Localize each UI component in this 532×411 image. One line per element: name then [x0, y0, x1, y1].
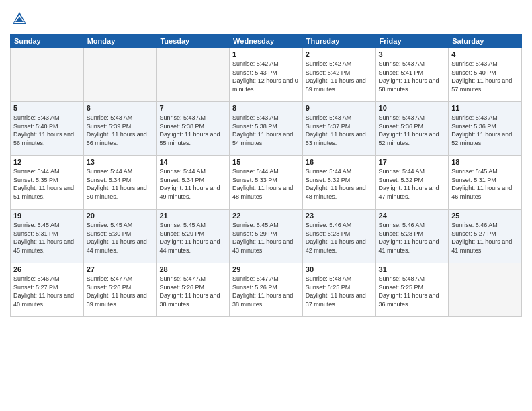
calendar-week-1: 1Sunrise: 5:42 AMSunset: 5:43 PMDaylight…	[11, 48, 522, 102]
day-info: Sunrise: 5:44 AMSunset: 5:34 PMDaylight:…	[87, 167, 154, 201]
day-number: 24	[379, 212, 446, 220]
day-info: Sunrise: 5:45 AMSunset: 5:30 PMDaylight:…	[87, 221, 154, 255]
calendar-cell: 1Sunrise: 5:42 AMSunset: 5:43 PMDaylight…	[230, 48, 303, 102]
weekday-header-thursday: Thursday	[302, 34, 375, 48]
weekday-header-sunday: Sunday	[11, 34, 84, 48]
day-number: 19	[13, 212, 81, 220]
calendar-cell: 7Sunrise: 5:43 AMSunset: 5:38 PMDaylight…	[157, 102, 230, 156]
calendar-cell: 14Sunrise: 5:44 AMSunset: 5:34 PMDayligh…	[157, 156, 230, 210]
calendar-cell: 20Sunrise: 5:45 AMSunset: 5:30 PMDayligh…	[83, 210, 157, 263]
calendar-cell: 24Sunrise: 5:46 AMSunset: 5:28 PMDayligh…	[375, 210, 449, 263]
day-number: 31	[379, 265, 446, 273]
header	[10, 7, 522, 28]
calendar-cell: 2Sunrise: 5:42 AMSunset: 5:42 PMDaylight…	[302, 48, 375, 102]
calendar-cell: 12Sunrise: 5:44 AMSunset: 5:35 PMDayligh…	[11, 156, 84, 210]
calendar-cell: 19Sunrise: 5:45 AMSunset: 5:31 PMDayligh…	[11, 210, 84, 263]
weekday-header-saturday: Saturday	[449, 34, 522, 48]
weekday-header-wednesday: Wednesday	[230, 34, 303, 48]
day-info: Sunrise: 5:43 AMSunset: 5:40 PMDaylight:…	[13, 113, 81, 147]
calendar-cell: 25Sunrise: 5:46 AMSunset: 5:27 PMDayligh…	[449, 210, 522, 263]
day-info: Sunrise: 5:44 AMSunset: 5:32 PMDaylight:…	[306, 167, 373, 201]
day-info: Sunrise: 5:44 AMSunset: 5:34 PMDaylight:…	[159, 167, 226, 201]
day-info: Sunrise: 5:45 AMSunset: 5:31 PMDaylight:…	[451, 167, 519, 201]
calendar-cell: 28Sunrise: 5:47 AMSunset: 5:26 PMDayligh…	[157, 263, 230, 317]
calendar-week-2: 5Sunrise: 5:43 AMSunset: 5:40 PMDaylight…	[11, 102, 522, 156]
day-number: 15	[232, 158, 300, 166]
calendar-cell: 16Sunrise: 5:44 AMSunset: 5:32 PMDayligh…	[302, 156, 375, 210]
day-info: Sunrise: 5:43 AMSunset: 5:38 PMDaylight:…	[232, 113, 300, 147]
calendar-week-3: 12Sunrise: 5:44 AMSunset: 5:35 PMDayligh…	[11, 156, 522, 210]
day-info: Sunrise: 5:48 AMSunset: 5:25 PMDaylight:…	[379, 275, 446, 308]
day-info: Sunrise: 5:44 AMSunset: 5:33 PMDaylight:…	[232, 167, 300, 201]
calendar-cell: 8Sunrise: 5:43 AMSunset: 5:38 PMDaylight…	[230, 102, 303, 156]
calendar-cell: 29Sunrise: 5:47 AMSunset: 5:26 PMDayligh…	[230, 263, 303, 317]
day-number: 8	[232, 104, 300, 112]
calendar-cell: 27Sunrise: 5:47 AMSunset: 5:26 PMDayligh…	[83, 263, 157, 317]
calendar-week-4: 19Sunrise: 5:45 AMSunset: 5:31 PMDayligh…	[11, 210, 522, 263]
calendar-cell: 11Sunrise: 5:43 AMSunset: 5:36 PMDayligh…	[449, 102, 522, 156]
calendar-container: SundayMondayTuesdayWednesdayThursdayFrid…	[0, 0, 532, 411]
calendar-cell: 18Sunrise: 5:45 AMSunset: 5:31 PMDayligh…	[449, 156, 522, 210]
day-info: Sunrise: 5:43 AMSunset: 5:36 PMDaylight:…	[451, 113, 519, 147]
day-number: 7	[159, 104, 226, 112]
day-number: 23	[306, 212, 373, 220]
calendar-header-row: SundayMondayTuesdayWednesdayThursdayFrid…	[11, 34, 522, 48]
calendar-cell: 30Sunrise: 5:48 AMSunset: 5:25 PMDayligh…	[302, 263, 375, 317]
logo-icon	[10, 9, 29, 28]
day-number: 14	[159, 158, 226, 166]
day-info: Sunrise: 5:45 AMSunset: 5:29 PMDaylight:…	[232, 221, 300, 255]
calendar-cell: 5Sunrise: 5:43 AMSunset: 5:40 PMDaylight…	[11, 102, 84, 156]
day-info: Sunrise: 5:46 AMSunset: 5:28 PMDaylight:…	[379, 221, 446, 255]
day-info: Sunrise: 5:43 AMSunset: 5:36 PMDaylight:…	[379, 113, 446, 147]
calendar-cell: 31Sunrise: 5:48 AMSunset: 5:25 PMDayligh…	[375, 263, 449, 317]
day-number: 2	[306, 50, 373, 58]
day-number: 10	[379, 104, 446, 112]
day-info: Sunrise: 5:43 AMSunset: 5:40 PMDaylight:…	[451, 60, 519, 93]
calendar-cell: 17Sunrise: 5:44 AMSunset: 5:32 PMDayligh…	[375, 156, 449, 210]
calendar-cell	[157, 48, 230, 102]
calendar-cell: 26Sunrise: 5:46 AMSunset: 5:27 PMDayligh…	[11, 263, 84, 317]
day-info: Sunrise: 5:44 AMSunset: 5:32 PMDaylight:…	[379, 167, 446, 201]
day-number: 18	[451, 158, 519, 166]
calendar-cell	[449, 263, 522, 317]
day-number: 12	[13, 158, 81, 166]
day-number: 17	[379, 158, 446, 166]
day-number: 29	[232, 265, 300, 273]
calendar-cell: 15Sunrise: 5:44 AMSunset: 5:33 PMDayligh…	[230, 156, 303, 210]
day-number: 25	[451, 212, 519, 220]
calendar-cell	[83, 48, 157, 102]
weekday-header-friday: Friday	[375, 34, 449, 48]
day-info: Sunrise: 5:47 AMSunset: 5:26 PMDaylight:…	[232, 275, 300, 308]
calendar-cell: 13Sunrise: 5:44 AMSunset: 5:34 PMDayligh…	[83, 156, 157, 210]
day-number: 28	[159, 265, 226, 273]
day-number: 27	[87, 265, 154, 273]
calendar-cell: 22Sunrise: 5:45 AMSunset: 5:29 PMDayligh…	[230, 210, 303, 263]
day-number: 30	[306, 265, 373, 273]
day-number: 9	[306, 104, 373, 112]
day-number: 20	[87, 212, 154, 220]
day-info: Sunrise: 5:43 AMSunset: 5:37 PMDaylight:…	[306, 113, 373, 147]
weekday-header-tuesday: Tuesday	[157, 34, 230, 48]
calendar-cell: 9Sunrise: 5:43 AMSunset: 5:37 PMDaylight…	[302, 102, 375, 156]
day-info: Sunrise: 5:47 AMSunset: 5:26 PMDaylight:…	[159, 275, 226, 308]
day-number: 22	[232, 212, 300, 220]
day-number: 5	[13, 104, 81, 112]
weekday-header-monday: Monday	[83, 34, 157, 48]
day-number: 21	[159, 212, 226, 220]
day-number: 4	[451, 50, 519, 58]
day-info: Sunrise: 5:46 AMSunset: 5:27 PMDaylight:…	[451, 221, 519, 255]
calendar-cell: 23Sunrise: 5:46 AMSunset: 5:28 PMDayligh…	[302, 210, 375, 263]
day-info: Sunrise: 5:45 AMSunset: 5:31 PMDaylight:…	[13, 221, 81, 255]
calendar-cell: 21Sunrise: 5:45 AMSunset: 5:29 PMDayligh…	[157, 210, 230, 263]
calendar-cell: 4Sunrise: 5:43 AMSunset: 5:40 PMDaylight…	[449, 48, 522, 102]
day-number: 13	[87, 158, 154, 166]
calendar-week-5: 26Sunrise: 5:46 AMSunset: 5:27 PMDayligh…	[11, 263, 522, 317]
day-number: 26	[13, 265, 81, 273]
calendar-cell: 6Sunrise: 5:43 AMSunset: 5:39 PMDaylight…	[83, 102, 157, 156]
day-info: Sunrise: 5:44 AMSunset: 5:35 PMDaylight:…	[13, 167, 81, 201]
day-number: 16	[306, 158, 373, 166]
day-number: 6	[87, 104, 154, 112]
day-info: Sunrise: 5:43 AMSunset: 5:41 PMDaylight:…	[379, 60, 446, 93]
calendar-cell: 3Sunrise: 5:43 AMSunset: 5:41 PMDaylight…	[375, 48, 449, 102]
day-info: Sunrise: 5:48 AMSunset: 5:25 PMDaylight:…	[306, 275, 373, 308]
